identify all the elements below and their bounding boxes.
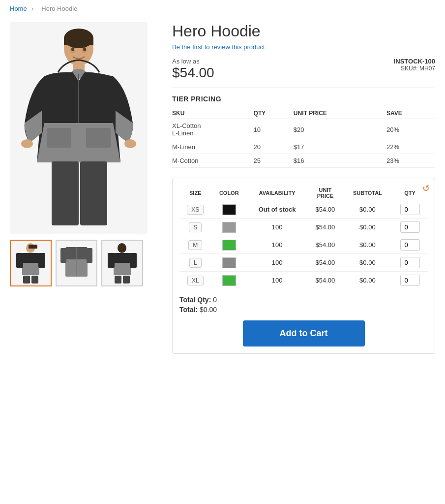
- tier-pricing-table: SKU QTY UNIT PRICE SAVE XL-Cotton L-Line…: [172, 108, 435, 168]
- qty-input[interactable]: [400, 257, 420, 268]
- tier-col-sku: SKU: [172, 108, 254, 119]
- svg-rect-17: [29, 245, 37, 249]
- qty-input[interactable]: [400, 204, 420, 215]
- tier-qty: 25: [254, 154, 294, 168]
- color-swatch: [222, 275, 236, 286]
- sku-info: SKU#: MH07: [394, 65, 435, 72]
- right-panel: Hero Hoodie Be the first to review this …: [157, 22, 435, 354]
- product-title: Hero Hoodie: [172, 22, 435, 40]
- total-qty-label: Total Qty:: [179, 296, 211, 304]
- review-link[interactable]: Be the first to review this product: [172, 43, 435, 51]
- variant-qty[interactable]: [392, 272, 428, 289]
- breadcrumb-separator: ›: [31, 5, 33, 12]
- variant-unit-price: $54.00: [307, 272, 343, 289]
- qty-input[interactable]: [400, 275, 420, 286]
- thumbnail-1[interactable]: [10, 240, 52, 286]
- tier-sku: M-Cotton: [172, 154, 254, 168]
- left-panel: [10, 22, 157, 354]
- svg-rect-26: [60, 248, 66, 263]
- variant-subtotal: $0.00: [343, 219, 392, 236]
- out-of-stock-text: Out of stock: [259, 206, 296, 213]
- availability-value: 100: [272, 223, 283, 231]
- svg-rect-6: [47, 128, 71, 148]
- availability-value: 100: [272, 241, 283, 249]
- size-badge: S: [189, 222, 202, 232]
- stock-status: INSTOCK-100: [394, 58, 435, 65]
- variant-unit-price: $54.00: [307, 201, 343, 219]
- availability-value: 100: [272, 259, 283, 266]
- variant-size: XL: [179, 272, 211, 289]
- variant-size: S: [179, 219, 211, 236]
- qty-input[interactable]: [400, 221, 420, 233]
- variant-box: ↺ SIZE COLOR AVAILABILITY UNITPRICE SUBT…: [172, 178, 435, 354]
- thumbnail-3[interactable]: [101, 240, 143, 286]
- svg-point-15: [83, 47, 86, 51]
- total-price-value: $0.00: [200, 306, 217, 314]
- divider-1: [172, 88, 435, 88]
- as-low-as-label: As low as: [172, 58, 214, 65]
- total-qty-row: Total Qty: 0: [179, 296, 428, 304]
- qty-input[interactable]: [400, 239, 420, 251]
- variant-row: XS Out of stock $54.00 $0.00: [179, 201, 428, 219]
- total-price-row: Total: $0.00: [179, 306, 428, 314]
- tier-pricing-title: TIER PRICING: [172, 95, 435, 103]
- thumbnail-strip: [10, 240, 157, 286]
- svg-rect-32: [108, 253, 115, 268]
- variant-table: SIZE COLOR AVAILABILITY UNITPRICE SUBTOT…: [179, 185, 428, 289]
- color-swatch: [222, 257, 236, 268]
- variant-qty[interactable]: [392, 254, 428, 272]
- variant-color: [211, 219, 247, 236]
- variant-qty[interactable]: [392, 201, 428, 219]
- variant-subtotal: $0.00: [343, 272, 392, 289]
- variant-qty[interactable]: [392, 219, 428, 236]
- svg-rect-27: [87, 248, 92, 263]
- tier-col-unit-price: UNIT PRICE: [294, 108, 386, 119]
- main-container: Hero Hoodie Be the first to review this …: [0, 17, 445, 369]
- total-qty-value: 0: [213, 296, 217, 304]
- tier-sku: XL-Cotton L-Linen: [172, 119, 254, 140]
- breadcrumb: Home › Hero Hoodie: [0, 0, 445, 17]
- svg-rect-23: [31, 276, 38, 284]
- color-swatch: [222, 222, 236, 233]
- variant-size: L: [179, 254, 211, 272]
- variant-row: S 100 $54.00 $0.00: [179, 219, 428, 236]
- size-badge: XS: [187, 205, 204, 215]
- breadcrumb-home[interactable]: Home: [10, 5, 27, 12]
- tier-col-save: SAVE: [386, 108, 435, 119]
- tier-save: 23%: [386, 154, 435, 168]
- variant-availability: Out of stock: [247, 201, 307, 219]
- tier-save: 20%: [386, 119, 435, 140]
- product-price: $54.00: [172, 65, 214, 81]
- variant-color: [211, 201, 247, 219]
- variant-qty[interactable]: [392, 236, 428, 254]
- tier-unit-price: $17: [294, 140, 386, 154]
- vcol-color: COLOR: [211, 185, 247, 201]
- variant-unit-price: $54.00: [307, 254, 343, 272]
- variant-subtotal: $0.00: [343, 254, 392, 272]
- svg-rect-19: [22, 263, 39, 275]
- variant-availability: 100: [247, 236, 307, 254]
- variant-row: M 100 $54.00 $0.00: [179, 236, 428, 254]
- refresh-icon[interactable]: ↺: [422, 183, 430, 194]
- tier-row: M-Cotton 25 $16 23%: [172, 154, 435, 168]
- vcol-size: SIZE: [179, 185, 211, 201]
- svg-rect-8: [52, 161, 79, 225]
- variant-availability: 100: [247, 272, 307, 289]
- variant-size: XS: [179, 201, 211, 219]
- tier-qty: 10: [254, 119, 294, 140]
- variant-availability: 100: [247, 254, 307, 272]
- price-row: As low as $54.00 INSTOCK-100 SKU#: MH07: [172, 58, 435, 81]
- variant-subtotal: $0.00: [343, 201, 392, 219]
- svg-point-10: [21, 139, 33, 148]
- tier-save: 22%: [386, 140, 435, 154]
- thumbnail-2[interactable]: [56, 240, 97, 286]
- availability-value: 100: [272, 277, 283, 284]
- tier-col-qty: QTY: [254, 108, 294, 119]
- svg-point-14: [71, 47, 74, 51]
- add-to-cart-button[interactable]: Add to Cart: [243, 320, 365, 346]
- svg-rect-31: [114, 263, 131, 275]
- sku-label: SKU#:: [401, 65, 418, 72]
- svg-rect-33: [130, 253, 137, 268]
- sku-value: MH07: [419, 65, 435, 72]
- variant-color: [211, 272, 247, 289]
